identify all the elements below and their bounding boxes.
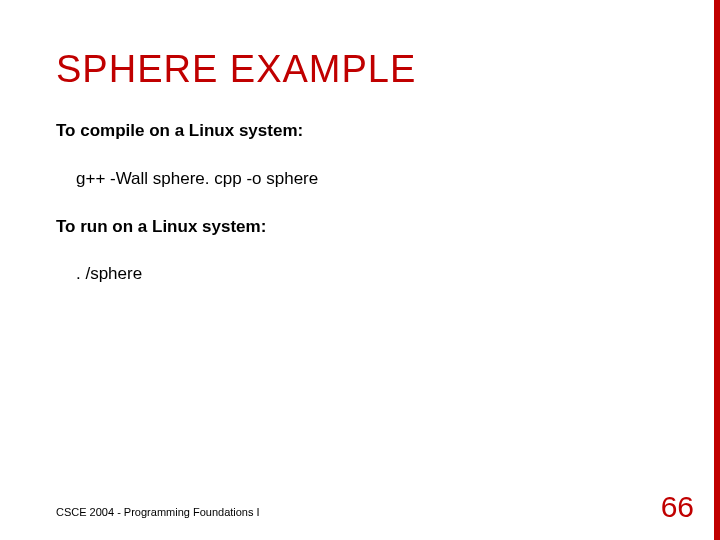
page-number: 66 bbox=[661, 490, 694, 524]
compile-command: g++ -Wall sphere. cpp -o sphere bbox=[76, 167, 664, 191]
compile-heading: To compile on a Linux system: bbox=[56, 119, 664, 143]
run-command: . /sphere bbox=[76, 262, 664, 286]
accent-bar bbox=[714, 0, 720, 540]
slide-container: SPHERE EXAMPLE To compile on a Linux sys… bbox=[0, 0, 720, 540]
slide-body: To compile on a Linux system: g++ -Wall … bbox=[56, 119, 664, 286]
run-heading: To run on a Linux system: bbox=[56, 215, 664, 239]
footer-text: CSCE 2004 - Programming Foundations I bbox=[56, 506, 260, 518]
slide-title: SPHERE EXAMPLE bbox=[56, 48, 664, 91]
